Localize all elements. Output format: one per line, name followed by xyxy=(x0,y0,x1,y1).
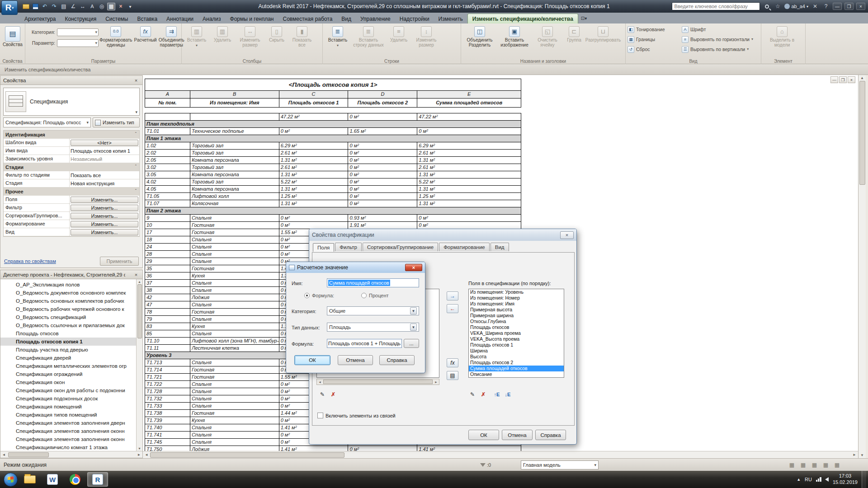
resize-column-button[interactable]: ↔Изменить размер xyxy=(235,25,265,49)
schedule-cell[interactable]: Т1.728 xyxy=(145,388,190,395)
insert-row-button[interactable]: ≣Вставить▾ xyxy=(325,25,351,49)
text-icon[interactable] xyxy=(88,3,96,10)
canvas-vertical-scrollbar[interactable]: ▲ ▼ xyxy=(858,75,866,458)
category-dropdown[interactable]: Общие ▼ xyxy=(327,306,419,315)
schedule-cell[interactable]: 0 м² xyxy=(279,222,349,229)
tag-icon[interactable] xyxy=(98,3,106,10)
browser-item[interactable]: О_Ведомость документов основного комплек xyxy=(0,289,136,297)
property-edit-button[interactable]: Изменить... xyxy=(71,221,138,227)
schedule-cell[interactable]: 0 м² xyxy=(348,164,417,171)
schedule-cell[interactable]: Торговый зал xyxy=(190,164,279,171)
scrollbar-thumb[interactable] xyxy=(8,452,49,457)
schedule-cell[interactable]: 0 м² xyxy=(348,157,417,164)
schedule-cell[interactable]: Т1.07 xyxy=(145,200,190,207)
browser-item[interactable]: Спецификация ограждений xyxy=(0,370,136,378)
property-value[interactable]: Изменить... xyxy=(70,228,139,236)
dialog-tab[interactable]: Вид xyxy=(491,243,509,251)
add-parameter-icon[interactable]: ▤ xyxy=(447,371,458,380)
insert-data-row-button[interactable]: ≣Вставить строку данных xyxy=(351,25,386,49)
delete-field-icon[interactable]: ✗ xyxy=(479,391,487,398)
field-item[interactable]: Из помещения: Имя xyxy=(469,301,564,307)
chevron-down-icon[interactable]: ▼ xyxy=(410,307,417,314)
ribbon-tab[interactable]: Изменить xyxy=(434,14,467,23)
exchange-icon[interactable]: ✕ xyxy=(811,3,819,10)
redo-icon[interactable] xyxy=(50,3,58,10)
percent-radio[interactable]: Процент xyxy=(361,293,389,298)
schedule-cell[interactable]: Спальня xyxy=(190,424,279,432)
combine-parameters-button[interactable]: ⇉ Объединить параметры xyxy=(158,25,185,49)
schedule-cell[interactable]: 1.02 xyxy=(145,142,190,150)
collapse-icon[interactable]: ˆ xyxy=(135,164,137,169)
status-tool-icon[interactable] xyxy=(799,461,807,469)
schedule-cell[interactable]: Кухня xyxy=(190,272,279,280)
status-tool-icon[interactable] xyxy=(833,461,841,469)
schedule-cell[interactable]: Комната персонала xyxy=(190,157,279,164)
schedule-cell[interactable]: 17 xyxy=(145,229,190,236)
field-item[interactable]: Высота xyxy=(469,354,564,360)
schedule-cell[interactable]: 0 м² xyxy=(348,200,417,207)
field-item[interactable]: Площадь откосов 1 xyxy=(469,342,564,348)
schedule-cell[interactable]: 35 xyxy=(145,265,190,272)
project-browser-header[interactable]: Диспетчер проекта - Нефтекамск, Строител… xyxy=(0,270,142,279)
schedule-cell[interactable]: 24 xyxy=(145,244,190,251)
schedule-cell[interactable]: Т1.11 xyxy=(145,345,190,352)
font-button[interactable]: AШрифт xyxy=(682,25,706,34)
column-header[interactable]: Сумма площадей откосов xyxy=(417,99,521,108)
schedule-cell[interactable]: Лифтовой холл xyxy=(190,193,279,200)
browser-item[interactable]: Спецификация элементов заполнения оконн xyxy=(0,435,136,443)
property-value[interactable]: <Нет> xyxy=(70,139,139,146)
cancel-button[interactable]: Отмена xyxy=(338,355,373,365)
parameter-dropdown[interactable]: ▾ xyxy=(57,39,99,47)
cancel-button[interactable]: Отмена xyxy=(502,430,533,440)
language-indicator[interactable]: RU xyxy=(805,477,812,482)
browser-item[interactable]: Спецификация дверей xyxy=(0,354,136,362)
schedule-row[interactable]: 47.22 м²0 м²47.22 м² xyxy=(145,113,521,121)
ungroup-button[interactable]: ⊔Разгруппировать xyxy=(586,25,620,44)
open-icon[interactable] xyxy=(22,3,30,10)
delete-field-icon[interactable]: ✗ xyxy=(329,391,337,398)
schedule-cell[interactable]: Гостиная xyxy=(190,265,279,272)
favorites-icon[interactable]: ☆ xyxy=(774,3,782,10)
schedule-row[interactable]: Т1.01Техническое подполье0 м²1.65 м²0 м² xyxy=(145,128,521,135)
browser-item[interactable]: Спецификация металлических элементов огр xyxy=(0,362,136,370)
schedule-cell[interactable]: 36 xyxy=(145,272,190,280)
taskbar-clock[interactable]: 17:03 15.02.2019 xyxy=(833,473,858,486)
edit-field-icon[interactable]: ✎ xyxy=(468,391,476,398)
ok-button[interactable]: ОК xyxy=(468,430,499,440)
schedule-row[interactable]: 3.05Комната персонала1.31 м²0 м²1.31 м² xyxy=(145,171,521,178)
save-icon[interactable] xyxy=(31,3,39,10)
format-units-button[interactable]: 0.0 Форматировать единицы xyxy=(99,25,133,49)
checkbox-box[interactable] xyxy=(317,413,323,418)
schedule-cell[interactable]: Спальня xyxy=(190,388,279,395)
column-header[interactable]: № пом. xyxy=(145,99,190,108)
schedule-cell[interactable]: 29 xyxy=(145,258,190,265)
highlight-in-model-button[interactable]: ⌂Выделить в модели xyxy=(763,25,801,49)
ribbon-tab[interactable]: Аннотации xyxy=(162,14,198,23)
schedule-cell[interactable]: 10 xyxy=(145,222,190,229)
calculated-button[interactable]: fx Расчетный xyxy=(133,25,158,44)
schedule-cell[interactable]: Техническое подполье xyxy=(190,128,279,135)
close-icon[interactable]: × xyxy=(132,78,140,83)
ribbon-tab[interactable]: Управление xyxy=(356,14,395,23)
scroll-right-icon[interactable]: ► xyxy=(136,453,142,457)
schedule-cell[interactable]: 83 xyxy=(145,323,190,330)
close-icon[interactable]: × xyxy=(560,231,574,239)
schedule-cell[interactable]: 5.22 м² xyxy=(417,178,521,186)
ribbon-tab[interactable]: Конструкция xyxy=(61,14,101,23)
schedule-cell[interactable]: Т1.713 xyxy=(145,359,190,366)
measure-icon[interactable] xyxy=(69,3,77,10)
schedule-cell[interactable]: 1.25 м² xyxy=(279,193,349,200)
schedule-cell[interactable]: Гостиная xyxy=(190,410,279,417)
schedule-cell[interactable]: Т1.10 xyxy=(145,338,190,345)
field-item[interactable]: VEKA_Высота проема xyxy=(469,336,564,342)
ribbon-tab[interactable]: Совместная работа xyxy=(278,14,337,23)
taskbar-explorer[interactable] xyxy=(19,472,40,487)
schedule-cell[interactable]: 1.91 м² xyxy=(348,222,417,229)
schedule-cell[interactable]: 0 м² xyxy=(348,186,417,193)
schedule-cell[interactable]: 85 xyxy=(145,330,190,338)
schedule-cell[interactable]: 2.05 xyxy=(145,157,190,164)
schedule-cell[interactable]: Лоджия xyxy=(190,294,279,301)
schedule-cell[interactable]: 1.31 м² xyxy=(417,186,521,193)
property-value[interactable]: Изменить... xyxy=(70,212,139,220)
field-item[interactable]: Описание xyxy=(469,371,564,377)
